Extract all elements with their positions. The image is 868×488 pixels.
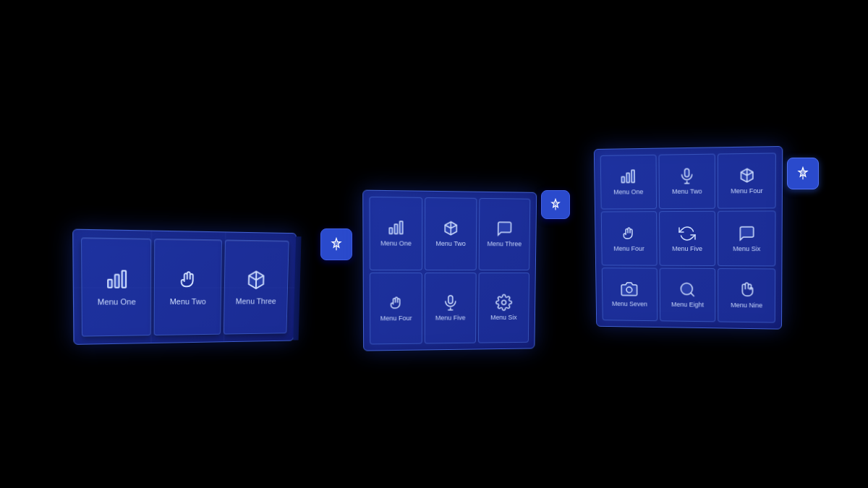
- pin-icon-mid: [549, 198, 562, 211]
- svg-rect-6: [400, 221, 403, 234]
- menu-item-right-8[interactable]: Menu Eight: [659, 267, 715, 322]
- microphone-icon-right-2: [678, 168, 696, 186]
- menu-item-mid-6[interactable]: Menu Six: [478, 272, 529, 343]
- panel-mid: Menu One Menu Two Menu Three Menu Four: [362, 190, 537, 351]
- svg-rect-13: [685, 169, 689, 177]
- svg-rect-0: [108, 280, 112, 288]
- menu-label-mid-4: Menu Four: [380, 314, 412, 322]
- menu-item-right-7[interactable]: Menu Seven: [602, 267, 658, 321]
- menu-item-left-1[interactable]: Menu One: [81, 237, 152, 336]
- menu-label-right-8: Menu Eight: [671, 301, 704, 309]
- menu-label-mid-1: Menu One: [380, 240, 412, 248]
- menu-label-right-4: Menu Four: [613, 244, 644, 252]
- svg-point-8: [502, 300, 506, 304]
- menu-label-mid-6: Menu Six: [490, 314, 517, 322]
- cube-icon-right-3: [738, 167, 756, 185]
- camera-icon-right-7: [621, 281, 638, 298]
- menu-item-mid-1[interactable]: Menu One: [369, 197, 422, 270]
- svg-rect-4: [389, 228, 392, 234]
- panel-left: Menu One Menu Two Menu Three: [72, 229, 297, 345]
- menu-label-mid-2: Menu Two: [435, 240, 465, 248]
- menu-item-right-4[interactable]: Menu Four: [601, 211, 658, 265]
- cube-icon: [245, 268, 268, 291]
- menu-label-right-5: Menu Five: [672, 245, 702, 253]
- menu-item-right-3[interactable]: Menu Four: [718, 153, 776, 209]
- menu-label-left-1: Menu One: [98, 297, 136, 307]
- search-icon-right-8: [678, 281, 696, 298]
- chat-icon-right-6: [738, 224, 755, 241]
- refresh-icon-right-5: [678, 225, 696, 242]
- bar-chart-icon: [105, 267, 129, 291]
- menu-item-mid-3[interactable]: Menu Three: [479, 198, 531, 270]
- chat-icon-mid-3: [496, 221, 514, 238]
- cube-icon-mid-2: [442, 220, 459, 237]
- menu-item-right-1[interactable]: Menu One: [600, 155, 657, 210]
- svg-rect-11: [627, 174, 630, 183]
- menu-label-right-1: Menu One: [613, 189, 643, 197]
- menu-label-mid-3: Menu Three: [488, 241, 522, 249]
- menu-label-left-3: Menu Three: [236, 296, 276, 306]
- menu-item-right-2[interactable]: Menu Two: [658, 154, 715, 210]
- svg-rect-12: [631, 171, 634, 183]
- menu-item-left-3[interactable]: Menu Three: [224, 239, 289, 334]
- menu-item-right-9[interactable]: Menu Nine: [718, 268, 775, 323]
- menu-label-left-2: Menu Two: [170, 297, 206, 307]
- hand-icon: [176, 268, 200, 291]
- bar-chart-icon-right-1: [620, 168, 637, 186]
- pin-icon-right: [796, 166, 810, 181]
- menu-item-right-5[interactable]: Menu Five: [659, 211, 716, 266]
- hand-icon-mid-4: [387, 294, 404, 312]
- svg-rect-2: [122, 270, 126, 287]
- bar-chart-icon-mid-1: [387, 219, 404, 237]
- pin-button-mid[interactable]: [541, 190, 570, 219]
- panel-right: Menu One Menu Two Menu Four Menu Four: [594, 146, 783, 330]
- menu-item-mid-4[interactable]: Menu Four: [370, 273, 422, 345]
- svg-rect-10: [622, 177, 625, 183]
- pin-button-left[interactable]: [320, 228, 352, 260]
- menu-item-left-2[interactable]: Menu Two: [154, 239, 222, 335]
- pin-button-right[interactable]: [787, 158, 819, 189]
- gear-icon-mid-6: [495, 294, 513, 311]
- menu-label-right-9: Menu Nine: [731, 301, 762, 309]
- menu-label-right-7: Menu Seven: [612, 300, 647, 308]
- scene: Menu One Menu Two Menu Three: [0, 0, 868, 488]
- hand-icon-right-4: [621, 225, 638, 242]
- menu-label-right-2: Menu Two: [672, 188, 702, 196]
- svg-rect-7: [448, 296, 453, 304]
- menu-label-right-6: Menu Six: [733, 245, 760, 253]
- pin-icon-left: [329, 237, 344, 252]
- microphone-icon-mid-5: [442, 294, 459, 312]
- menu-item-mid-2[interactable]: Menu Two: [425, 197, 477, 270]
- menu-label-mid-5: Menu Five: [435, 314, 466, 322]
- svg-rect-5: [394, 225, 397, 234]
- hand-open-icon-right-9: [738, 281, 755, 299]
- svg-rect-1: [115, 275, 119, 288]
- menu-item-right-6[interactable]: Menu Six: [718, 211, 775, 266]
- menu-item-mid-5[interactable]: Menu Five: [425, 272, 477, 343]
- menu-label-right-3: Menu Four: [731, 187, 762, 195]
